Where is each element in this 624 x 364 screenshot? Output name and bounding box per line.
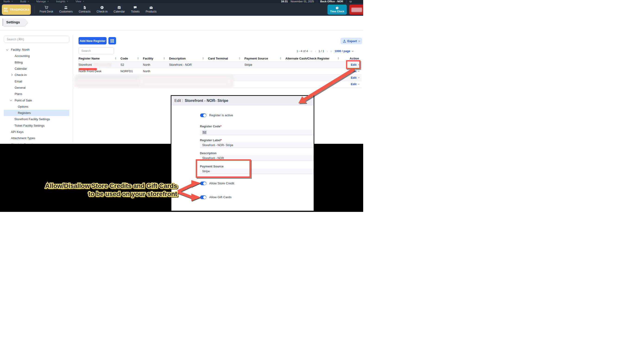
menu-build[interactable]: Build bbox=[20, 0, 28, 3]
page-title: Settings bbox=[3, 19, 24, 26]
nav-front-desk[interactable]: Front Desk bbox=[37, 3, 56, 16]
brand-logo[interactable]: RPHQ TRADROCKS bbox=[2, 4, 31, 15]
sidebar-item-label: Attachment Types bbox=[11, 136, 35, 140]
help-button-redacted[interactable] bbox=[349, 5, 363, 15]
sidebar-item-registers[interactable]: Registers bbox=[4, 110, 69, 116]
cell-card-terminal bbox=[208, 68, 244, 74]
cell-facility: North bbox=[143, 62, 169, 68]
nav-check-in[interactable]: Check-in bbox=[94, 3, 110, 16]
sidebar-item-label: Point of Sale bbox=[15, 99, 32, 102]
register-active-toggle[interactable] bbox=[200, 113, 206, 117]
col-header-description[interactable]: Description bbox=[169, 55, 208, 61]
calendar-icon bbox=[117, 6, 121, 9]
cell-code: NORFD1 bbox=[120, 68, 143, 74]
cell-code: S2 bbox=[120, 62, 143, 68]
col-label: Register Name bbox=[78, 57, 100, 60]
sidebar-item-check-in[interactable]: Check-in bbox=[4, 72, 69, 78]
chevron-down-icon bbox=[6, 48, 8, 51]
office-context[interactable]: Back Office - NOR bbox=[320, 0, 343, 3]
breadcrumb[interactable]: Settings bbox=[3, 19, 24, 26]
sidebar-item-label: Calendar bbox=[15, 67, 27, 70]
sidebar-item-label: Registers bbox=[18, 111, 31, 115]
sidebar-item-label: API Keys bbox=[11, 130, 23, 134]
pagination-last-button[interactable]: » bbox=[330, 49, 332, 53]
col-header-register-name[interactable]: Register Name bbox=[78, 55, 120, 61]
chevron-right-icon bbox=[10, 74, 13, 76]
col-label: Description bbox=[169, 57, 186, 60]
settings-search-input[interactable] bbox=[4, 36, 69, 43]
menu-manage-label: Manage bbox=[36, 0, 46, 3]
top-menubar: North Build Manage Insights View 16:31 N… bbox=[0, 0, 363, 3]
time-clock-button[interactable]: Time Clock bbox=[328, 5, 347, 15]
sidebar-item-email[interactable]: Email bbox=[4, 78, 69, 84]
nav-contracts[interactable]: Contracts bbox=[76, 3, 94, 16]
annotation-line1: Allow/Disallow Store Credits and Gift Ca… bbox=[45, 182, 177, 189]
nav-check-in-label: Check-in bbox=[97, 10, 107, 13]
sidebar-item-api-keys[interactable]: API Keys bbox=[4, 129, 69, 135]
table-search-input[interactable] bbox=[78, 47, 114, 54]
nav-tickets[interactable]: Tickets bbox=[128, 3, 143, 16]
allow-store-credit-label: Allow Store Credit bbox=[209, 182, 234, 185]
sidebar-item-ticket-facility-settings[interactable]: Ticket Facility Settings bbox=[4, 123, 69, 129]
divider bbox=[73, 35, 73, 144]
nav-calendar[interactable]: Calendar bbox=[110, 3, 128, 16]
pagination-prev-button[interactable]: ‹ bbox=[315, 49, 316, 53]
menu-view[interactable]: View bbox=[76, 0, 84, 3]
nav-products[interactable]: Products bbox=[143, 3, 159, 16]
grid-icon bbox=[110, 39, 114, 43]
sort-icon bbox=[115, 57, 116, 59]
col-label: Code bbox=[120, 57, 128, 60]
sidebar-item-calendar[interactable]: Calendar bbox=[4, 66, 69, 72]
pagination-next-button[interactable]: › bbox=[327, 49, 328, 53]
add-new-register-button[interactable]: Add New Register bbox=[78, 37, 106, 45]
username-partial[interactable]: rp bbox=[350, 0, 352, 3]
register-code-label: Register Code* bbox=[200, 125, 221, 128]
cell-description: Storefront - NOR bbox=[169, 62, 208, 68]
menu-north[interactable]: North bbox=[3, 0, 12, 3]
sidebar-item-general[interactable]: General bbox=[4, 84, 69, 91]
register-label-input[interactable]: Storefront - NOR- Stripe bbox=[200, 142, 314, 148]
table-row[interactable]: Storefront S2 North Storefront - NOR Str… bbox=[78, 62, 362, 68]
menu-view-label: View bbox=[76, 0, 81, 3]
export-button[interactable]: Export bbox=[340, 38, 362, 44]
sidebar-item-plans[interactable]: Plans bbox=[4, 91, 69, 97]
sidebar-item-attachment-types[interactable]: Attachment Types bbox=[4, 135, 69, 141]
register-active-label: Register is active bbox=[209, 113, 233, 117]
pagination-range: 1 - 4 of 4 bbox=[296, 50, 308, 53]
people-icon bbox=[64, 6, 68, 9]
pagination-first-button[interactable]: « bbox=[310, 49, 312, 53]
sidebar-item-accounting[interactable]: Accounting bbox=[4, 53, 69, 59]
nav-customers-label: Customers bbox=[59, 10, 73, 13]
required-mark: * bbox=[220, 125, 221, 128]
nav-customers[interactable]: Customers bbox=[56, 3, 76, 16]
cell-payment-source: Stripe bbox=[244, 62, 285, 68]
menu-north-label: North bbox=[3, 0, 10, 3]
col-header-alternate-register[interactable]: Alternate Cash/Check Register bbox=[285, 55, 343, 61]
sidebar-item-label: Ticket Facility Settings bbox=[14, 124, 45, 127]
register-label-label: Register Label* bbox=[200, 138, 222, 142]
required-mark: * bbox=[221, 138, 222, 142]
menu-insights[interactable]: Insights bbox=[56, 0, 68, 3]
col-header-facility[interactable]: Facility bbox=[143, 55, 169, 61]
col-header-card-terminal[interactable]: Card Terminal bbox=[208, 55, 244, 61]
nav-calendar-label: Calendar bbox=[113, 10, 125, 13]
col-header-code[interactable]: Code bbox=[120, 55, 143, 61]
download-icon bbox=[343, 40, 346, 43]
nav-tickets-label: Tickets bbox=[131, 10, 140, 13]
menu-manage[interactable]: Manage bbox=[36, 0, 49, 3]
clock-icon bbox=[336, 6, 339, 9]
chevron-down-icon bbox=[27, 0, 29, 2]
register-code-input[interactable]: S2 bbox=[200, 130, 314, 135]
annotation-underline bbox=[78, 68, 97, 70]
sidebar-item-storefront-facility-settings[interactable]: Storefront Facility Settings bbox=[4, 116, 69, 122]
sidebar-item-billing[interactable]: Billing bbox=[4, 59, 69, 66]
cell-alternate bbox=[285, 62, 343, 68]
sidebar-item-point-of-sale[interactable]: Point of Sale bbox=[4, 97, 69, 103]
col-header-payment-source[interactable]: Payment Source bbox=[244, 55, 285, 61]
page-size-select[interactable]: 1000 / page bbox=[335, 50, 353, 53]
chevron-down-icon bbox=[48, 0, 49, 2]
col-label: Action bbox=[350, 57, 359, 60]
column-settings-button[interactable] bbox=[108, 37, 116, 45]
sidebar-item-options[interactable]: Options bbox=[4, 104, 69, 110]
sidebar-item-facility-north[interactable]: Facility: North bbox=[4, 47, 69, 53]
